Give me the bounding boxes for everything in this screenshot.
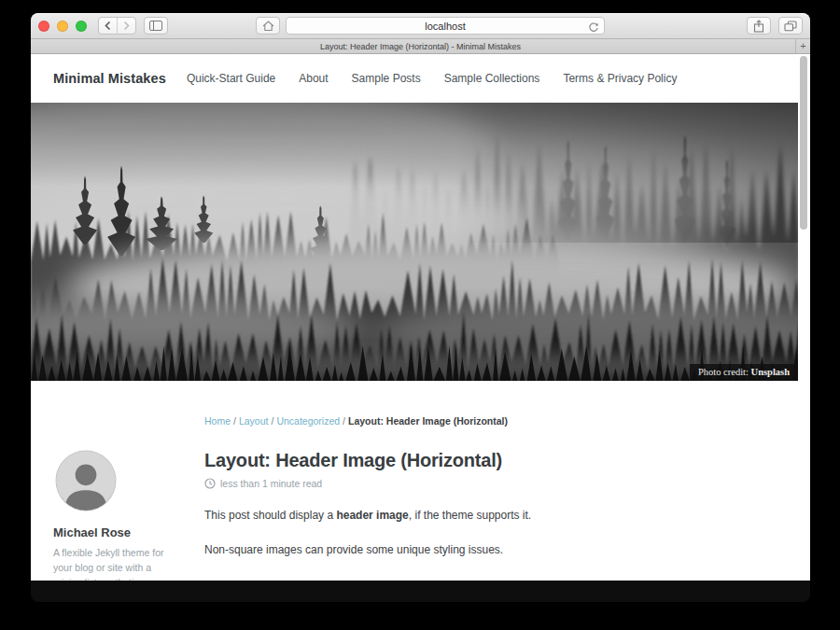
browser-window: localhost Layout: Header Image (Horizont…: [31, 13, 810, 602]
author-sidebar: Michael Rose A flexible Jekyll theme for…: [53, 450, 193, 581]
url-text: localhost: [425, 21, 465, 32]
breadcrumb-link-uncategorized[interactable]: Uncategorized: [276, 415, 340, 427]
paragraph: This post tests a horizontal header imag…: [204, 578, 776, 581]
new-tab-button[interactable]: +: [795, 39, 810, 53]
history-nav-group: [98, 17, 136, 35]
nav-link-terms[interactable]: Terms & Privacy Policy: [563, 72, 677, 85]
active-tab[interactable]: Layout: Header Image (Horizontal) - Mini…: [320, 42, 521, 51]
back-button[interactable]: [99, 18, 117, 34]
nav-link-sample-posts[interactable]: Sample Posts: [352, 72, 421, 85]
close-window-button[interactable]: [38, 21, 49, 32]
photo-credit-label: Photo credit:: [698, 367, 749, 377]
page-viewport: Minimal Mistakes Quick-Start Guide About…: [31, 54, 810, 581]
share-icon: [753, 20, 764, 33]
breadcrumb-link-home[interactable]: Home: [204, 415, 231, 427]
tab-overview-button[interactable]: [778, 17, 803, 35]
page-body: Home/Layout/Uncategorized/Layout: Header…: [31, 415, 798, 581]
zoom-window-button[interactable]: [76, 21, 87, 32]
chevron-right-icon: [122, 21, 131, 31]
chevron-left-icon: [104, 21, 112, 31]
traffic-lights: [38, 21, 87, 32]
read-time: less than 1 minute read: [220, 478, 322, 489]
home-button[interactable]: [256, 17, 280, 35]
breadcrumb-current: Layout: Header Image (Horizontal): [348, 415, 508, 427]
refresh-icon: [588, 22, 599, 34]
post-meta: less than 1 minute read: [204, 478, 776, 489]
window-bottom: [31, 581, 810, 601]
minimize-window-button[interactable]: [57, 21, 68, 32]
page-title: Layout: Header Image (Horizontal): [204, 450, 776, 471]
share-button[interactable]: [747, 17, 771, 35]
primary-nav: Quick-Start Guide About Sample Posts Sam…: [187, 72, 678, 85]
breadcrumb-separator: /: [343, 415, 345, 427]
masthead: Minimal Mistakes Quick-Start Guide About…: [31, 54, 798, 103]
foggy-forest-art: [31, 103, 798, 381]
photo-credit-caption: Photo credit: Unsplash: [690, 364, 798, 381]
paragraph: This post should display a header image,…: [204, 508, 776, 524]
photo-credit-source: Unsplash: [751, 367, 790, 377]
breadcrumb-link-layout[interactable]: Layout: [239, 415, 269, 427]
avatar-head: [76, 464, 97, 485]
avatar: [55, 450, 117, 511]
clock-icon: [204, 478, 216, 489]
vertical-scrollbar-thumb[interactable]: [800, 56, 807, 230]
nav-link-quick-start[interactable]: Quick-Start Guide: [187, 72, 275, 85]
author-bio: A flexible Jekyll theme for your blog or…: [53, 546, 173, 581]
refresh-button[interactable]: [588, 21, 599, 37]
sidebar-icon: [149, 21, 162, 31]
article: Layout: Header Image (Horizontal) less t…: [204, 450, 776, 581]
browser-toolbar: localhost: [31, 13, 810, 39]
home-icon: [262, 21, 274, 32]
nav-link-sample-collections[interactable]: Sample Collections: [444, 72, 540, 85]
author-name: Michael Rose: [53, 525, 193, 539]
forward-button[interactable]: [117, 18, 135, 34]
site-logo[interactable]: Minimal Mistakes: [53, 71, 166, 86]
tab-bar: Layout: Header Image (Horizontal) - Mini…: [31, 39, 810, 54]
breadcrumb: Home/Layout/Uncategorized/Layout: Header…: [204, 415, 776, 427]
sidebar-toggle-button[interactable]: [144, 17, 168, 35]
breadcrumb-separator: /: [271, 415, 273, 427]
header-image: Photo credit: Unsplash: [31, 103, 798, 381]
address-bar[interactable]: localhost: [286, 17, 605, 35]
paragraph: Non-square images can provide some uniqu…: [204, 542, 776, 558]
nav-link-about[interactable]: About: [299, 72, 328, 85]
tabs-icon: [784, 21, 797, 32]
breadcrumb-separator: /: [233, 415, 236, 427]
